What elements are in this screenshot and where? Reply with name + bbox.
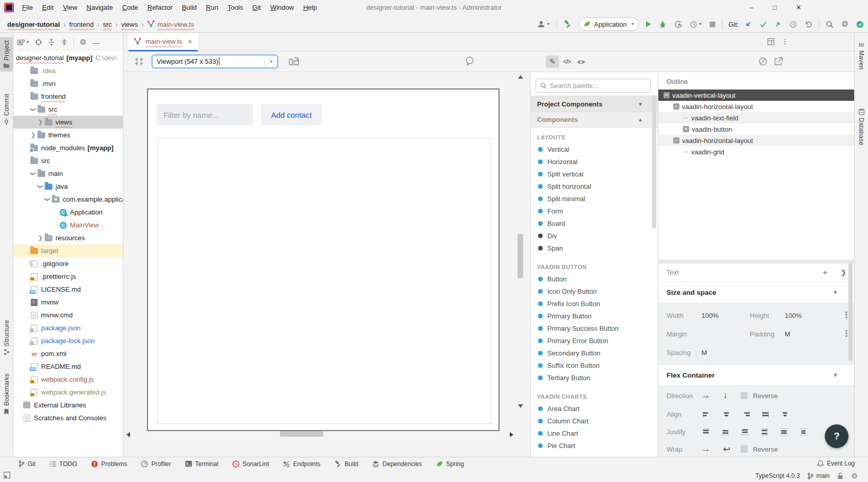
designer-canvas[interactable]: Add contact — [123, 72, 530, 457]
close-button[interactable]: ✕ — [787, 0, 810, 15]
git-push-icon[interactable] — [773, 20, 783, 29]
breadcrumb-frontend[interactable]: frontend — [68, 20, 95, 29]
palette-item-line-chart[interactable]: Line Chart — [531, 427, 652, 439]
preview-mode-button[interactable] — [575, 56, 588, 68]
palette-item-primary-success-button[interactable]: Primary Success Button — [531, 322, 652, 334]
expand-node-icon[interactable]: + — [683, 126, 689, 132]
unlock-icon[interactable] — [837, 472, 843, 479]
minimize-button[interactable]: – — [740, 0, 763, 15]
collapse-node-icon[interactable]: − — [673, 103, 679, 110]
palette-item-prefix-icon-button[interactable]: Prefix Icon Button — [531, 297, 652, 310]
direction-column-icon[interactable]: ↓ — [723, 390, 728, 401]
tree-row-mvnw.cmd[interactable]: mvnw.cmd — [13, 309, 123, 322]
row-menu-icon[interactable]: ••• — [845, 330, 847, 338]
select-opened-file-icon[interactable] — [17, 39, 29, 46]
tree-row-java[interactable]: ❯java — [13, 180, 123, 193]
tree-row-.prettierrc.js[interactable]: JS.prettierrc.js — [13, 270, 123, 283]
justify-around-icon[interactable] — [780, 428, 788, 436]
tree-row-external-libraries[interactable]: External Libraries — [13, 399, 123, 412]
tree-row-scratches-and-consoles[interactable]: Scratches and Consoles — [13, 412, 123, 424]
direction-row-icon[interactable]: → — [701, 390, 710, 401]
menu-window[interactable]: Window — [266, 0, 299, 15]
outline-node-vaadin-vertical-layout[interactable]: −vaadin-vertical-layout — [658, 90, 854, 101]
justify-start-icon[interactable] — [701, 428, 710, 436]
tree-row-resources[interactable]: ❯resources — [13, 231, 123, 244]
tool-strip-structure[interactable]: Structure — [0, 317, 13, 358]
tool-window-endpoints[interactable]: Endpoints — [283, 460, 320, 468]
justify-evenly-icon[interactable] — [799, 428, 808, 436]
palette-item-secondary-button[interactable]: Secondary Button — [531, 347, 652, 359]
align-start-icon[interactable] — [701, 410, 710, 418]
tab-options-icon[interactable]: ⋮ — [782, 38, 788, 45]
tool-strip-database[interactable]: Database — [855, 105, 868, 149]
expand-all-icon[interactable] — [48, 39, 55, 46]
outline-node-vaadin-button[interactable]: +vaadin-button — [658, 123, 854, 135]
tree-row-node-modules[interactable]: node_modules[myapp] — [13, 141, 123, 154]
user-account-icon[interactable] — [536, 19, 551, 29]
open-in-new-window-icon[interactable] — [774, 57, 783, 66]
palette-item-board[interactable]: Board — [531, 217, 652, 229]
git-commit-icon[interactable] — [759, 20, 768, 29]
tree-row-webpack.generated.js[interactable]: JSwebpack.generated.js — [13, 386, 123, 399]
tab-main-view[interactable]: main-view.ts ✕ — [128, 33, 198, 51]
tree-row-license.md[interactable]: MDLICENSE.md — [13, 283, 123, 296]
chevron-collapsed-icon[interactable]: ❯ — [37, 119, 44, 125]
tree-row-src[interactable]: src — [13, 154, 123, 167]
settings-gear-icon[interactable]: ⚙ — [840, 19, 849, 29]
debug-button[interactable] — [658, 20, 668, 29]
tree-row-frontend[interactable]: frontend — [13, 90, 123, 103]
git-update-icon[interactable] — [744, 20, 753, 29]
chevron-expanded-icon[interactable]: ❯ — [38, 183, 43, 190]
maximize-button[interactable]: □ — [763, 0, 787, 15]
palette-header-components[interactable]: Components ▲ — [531, 112, 658, 128]
status-git-branch[interactable]: main — [807, 472, 829, 479]
properties-scrollbar[interactable] — [848, 263, 853, 361]
palette-item-button[interactable]: Button — [531, 273, 652, 285]
tool-strip-project[interactable]: Project — [0, 37, 13, 72]
rotate-viewport-icon[interactable] — [289, 57, 299, 66]
tool-window-spring[interactable]: Spring — [436, 460, 464, 468]
tree-row-views[interactable]: ❯views — [13, 116, 123, 129]
tree-row-package.json[interactable]: {}package.json — [13, 322, 123, 334]
expand-group-icon[interactable]: ❯ — [841, 269, 846, 276]
menu-run[interactable]: Run — [201, 0, 223, 15]
wrap-reverse-checkbox[interactable] — [741, 445, 748, 453]
menu-help[interactable]: Help — [299, 0, 322, 15]
tool-window-git[interactable]: Git — [19, 460, 35, 468]
menu-refactor[interactable]: Refactor — [143, 0, 177, 15]
build-project-icon[interactable] — [563, 19, 573, 29]
align-center-icon[interactable] — [722, 410, 731, 418]
height-value[interactable]: 100% — [785, 312, 802, 319]
tree-row-target[interactable]: target — [13, 244, 123, 257]
collapse-node-icon[interactable]: − — [673, 137, 679, 144]
viewport-frame-icon[interactable] — [135, 57, 143, 66]
tree-row-themes[interactable]: ❯themes — [13, 129, 123, 141]
wrap-reverse-icon[interactable]: ↩ — [723, 444, 730, 455]
canvas-vertical-scrollbar[interactable] — [517, 72, 524, 457]
palette-item-split-minimal[interactable]: Split minimal — [531, 192, 652, 205]
tree-row-.gitignore[interactable]: .gitignore — [13, 257, 123, 270]
chevron-expanded-icon[interactable]: ❯ — [45, 196, 50, 203]
tab-close-icon[interactable]: ✕ — [188, 38, 193, 45]
wrap-none-icon[interactable]: → — [701, 444, 710, 454]
breadcrumb-designer-tutorial[interactable]: designer-tutorial — [6, 20, 61, 29]
tool-strip-bookmarks[interactable]: Bookmarks — [0, 370, 13, 418]
tool-window-sonarlint[interactable]: SonarLint — [232, 460, 269, 468]
palette-item-form[interactable]: Form — [531, 205, 652, 217]
run-with-coverage-icon[interactable] — [673, 20, 683, 29]
tool-window-todo[interactable]: TODO — [49, 460, 77, 468]
collapse-node-icon[interactable]: − — [663, 92, 670, 98]
git-rollback-icon[interactable] — [804, 20, 813, 29]
palette-search-input[interactable] — [550, 82, 646, 90]
menu-file[interactable]: File — [17, 0, 38, 15]
palette-item-vertical[interactable]: Vertical — [531, 143, 652, 155]
palette-item-pie-chart[interactable]: Pie Chart — [531, 439, 652, 452]
justify-end-icon[interactable] — [741, 428, 749, 436]
breadcrumb-views[interactable]: views — [120, 20, 139, 29]
help-button[interactable]: ? — [825, 424, 848, 448]
tree-row-webpack.config.js[interactable]: JSwebpack.config.js — [13, 373, 123, 386]
palette-item-primary-button[interactable]: Primary Button — [531, 310, 652, 322]
outline-node-vaadin-horizontal-layout[interactable]: −vaadin-horizontal-layout — [658, 135, 854, 146]
palette-search[interactable] — [535, 79, 651, 93]
chevron-expanded-icon[interactable]: ❯ — [30, 170, 36, 177]
